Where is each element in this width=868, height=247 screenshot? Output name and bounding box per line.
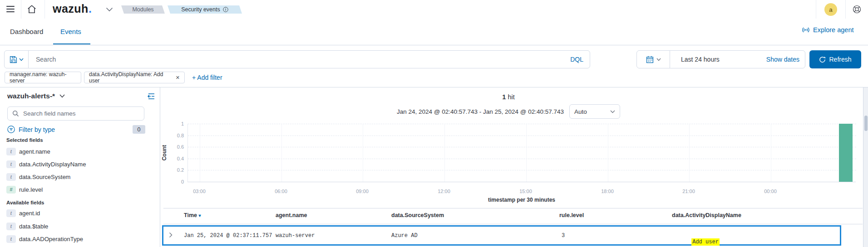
chevron-down-icon — [656, 58, 661, 61]
x-tick-label: 03:00 — [188, 189, 211, 194]
x-tick-label: 15:00 — [514, 189, 537, 194]
field-item-agent-id[interactable]: t agent.id — [6, 208, 40, 218]
explore-agent-label: Explore agent — [813, 26, 853, 34]
tab-dashboard[interactable]: Dashboard — [10, 28, 43, 35]
scrollbar-thumb[interactable] — [864, 116, 868, 131]
x-tick-label: 12:00 — [433, 189, 455, 194]
chevron-down-icon — [59, 94, 65, 98]
breadcrumb-modules-label: Modules — [132, 6, 153, 13]
hits-count-value: 1 — [502, 93, 506, 101]
logo-text: wazuh — [53, 2, 89, 15]
y-tick-label: 0.6 — [166, 144, 184, 150]
field-item-agent-name[interactable]: t agent.name — [6, 147, 50, 156]
save-query-icon — [10, 56, 17, 63]
dql-toggle[interactable]: DQL — [570, 56, 583, 63]
index-pattern-label: wazuh-alerts-* — [7, 92, 55, 100]
time-range-value[interactable]: Last 24 hours — [681, 56, 720, 63]
date-picker-quick-menu[interactable] — [637, 51, 670, 68]
x-tick-label: 21:00 — [677, 189, 700, 194]
sort-descending-icon: ▾ — [198, 213, 201, 218]
expand-row-icon[interactable] — [169, 232, 173, 238]
calendar-icon — [646, 56, 654, 63]
help-icon[interactable] — [853, 5, 861, 14]
avatar[interactable]: a — [824, 3, 837, 16]
chart-baseline — [187, 182, 856, 182]
column-header-time[interactable]: Time ▾ — [184, 212, 201, 218]
field-search-input[interactable]: Search field names — [7, 107, 144, 121]
explore-agent-button[interactable]: Explore agent — [802, 26, 853, 34]
wazuh-security-events-page: wazuh. Modules Security events a D — [0, 0, 868, 247]
logo-chevron-down-icon[interactable] — [106, 7, 113, 12]
histogram-date-range: Jan 24, 2024 @ 02:40:57.743 - Jan 25, 20… — [397, 108, 564, 115]
filter-pill-activity-display-name[interactable]: data.ActivityDisplayName: Add user ✕ — [84, 72, 185, 83]
column-header-label: rule.level — [559, 212, 584, 218]
filter-by-type-button[interactable]: Filter by type — [7, 126, 55, 133]
field-type-string-badge: t — [6, 173, 16, 181]
chart-y-axis-title: Count — [161, 138, 168, 167]
hits-count: 1 hit — [163, 93, 853, 101]
breadcrumb-security-events[interactable]: Security events — [168, 5, 242, 14]
cell-activity-display-name: Add user — [672, 232, 720, 247]
wazuh-logo[interactable]: wazuh. — [53, 2, 92, 15]
add-filter-label: + Add filter — [192, 74, 222, 81]
home-icon[interactable] — [27, 5, 37, 14]
table-row[interactable]: Jan 25, 2024 @ 02:37:11.757 wazuh-server… — [162, 225, 841, 246]
tab-events[interactable]: Events — [60, 28, 81, 35]
y-tick-label: 0.2 — [166, 167, 184, 173]
x-tick-label: 06:00 — [270, 189, 292, 194]
histogram-bar[interactable] — [839, 124, 853, 182]
field-type-string-badge: t — [6, 160, 16, 168]
info-icon[interactable] — [223, 7, 228, 12]
y-tick-label: 0.4 — [166, 156, 184, 161]
saved-query-menu-button[interactable] — [5, 51, 29, 68]
x-tick-label: 00:00 — [759, 189, 782, 194]
breadcrumb-modules[interactable]: Modules — [121, 5, 165, 14]
interval-select[interactable]: Auto — [569, 104, 620, 119]
chart-x-axis-title: timestamp per 30 minutes — [187, 197, 856, 203]
column-header-label: data.ActivityDisplayName — [672, 212, 741, 218]
x-tick-label: 18:00 — [596, 189, 619, 194]
add-filter-button[interactable]: + Add filter — [192, 74, 222, 81]
field-item-source-system[interactable]: t data.SourceSystem — [6, 172, 70, 181]
field-item-data-table[interactable]: t data.$table — [6, 222, 48, 231]
tab-dashboard-label: Dashboard — [10, 28, 43, 35]
field-type-string-badge: t — [6, 235, 16, 243]
x-tick-label: 09:00 — [351, 189, 374, 194]
chart-bars — [188, 124, 856, 182]
index-pattern-selector[interactable]: wazuh-alerts-* — [7, 92, 65, 100]
column-header-source-system[interactable]: data.SourceSystem — [391, 212, 444, 218]
chevron-down-icon — [610, 110, 615, 113]
tabs-bar: Dashboard Events Explore agent — [0, 19, 868, 45]
tab-events-underline — [53, 44, 90, 44]
search-placeholder: Search — [36, 56, 56, 63]
filter-pill-manager-name[interactable]: manager.name: wazuh-server — [5, 72, 81, 83]
filter-count-badge: 0 — [133, 125, 145, 134]
column-header-label: Time — [184, 212, 197, 218]
column-header-agent-name[interactable]: agent.name — [276, 212, 307, 218]
chart-plot-area — [187, 124, 856, 182]
refresh-button[interactable]: Refresh — [809, 50, 861, 68]
filter-funnel-icon — [7, 126, 15, 133]
hits-count-label: hit — [508, 93, 514, 101]
cell-source-system: Azure AD — [391, 232, 418, 239]
interval-select-value: Auto — [574, 108, 587, 115]
field-item-aad-operation-type[interactable]: t data.AADOperationType — [6, 234, 83, 243]
y-tick-label: 0.8 — [166, 133, 184, 138]
date-picker: Last 24 hours Show dates — [636, 50, 805, 68]
collapse-sidebar-icon[interactable] — [148, 93, 155, 100]
field-type-string-badge: t — [6, 209, 16, 217]
remove-filter-icon[interactable]: ✕ — [176, 75, 180, 81]
broadcast-icon — [802, 26, 810, 34]
menu-icon[interactable] — [6, 6, 15, 13]
field-item-activity-display-name[interactable]: t data.ActivityDisplayName — [6, 160, 86, 169]
column-header-label: agent.name — [276, 212, 307, 218]
column-header-rule-level[interactable]: rule.level — [559, 212, 584, 218]
scrollbar-track[interactable] — [863, 87, 868, 247]
field-search-placeholder: Search field names — [23, 110, 76, 117]
cell-rule-level: 3 — [562, 232, 565, 239]
field-item-rule-level[interactable]: # rule.level — [6, 185, 43, 194]
column-header-activity-display-name[interactable]: data.ActivityDisplayName — [672, 212, 741, 218]
show-dates-button[interactable]: Show dates — [766, 56, 799, 63]
field-type-string-badge: t — [6, 148, 16, 155]
search-input[interactable]: Search DQL — [4, 50, 590, 68]
